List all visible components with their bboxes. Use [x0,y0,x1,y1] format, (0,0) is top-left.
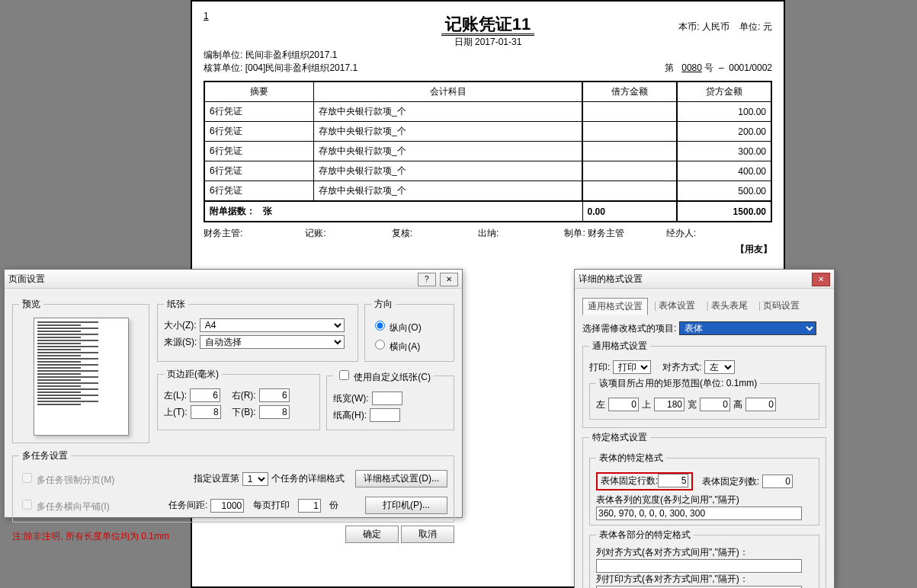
margin-right-input[interactable] [259,388,290,402]
table-row: 6行凭证存放中央银行款项_个400.00 [204,161,771,181]
sum-row: 附单据数： 张 0.001500.00 [204,201,771,222]
item-select[interactable]: 表体 [679,321,816,335]
fixrow-input[interactable] [658,474,688,487]
dialog-title: 详细的格式设置 [579,270,643,288]
dialog-titlebar: 页面设置 ? ✕ [5,270,462,289]
note-text: 注:除非注明, 所有长度单位均为 0.1mm [12,530,169,543]
portrait-radio[interactable]: 纵向(O) [371,318,422,334]
detail-format-dialog: 详细的格式设置 ✕ 通用格式设置 表体设置 表头表尾 页码设置 选择需修改格式的… [574,269,835,588]
printer-button[interactable]: 打印机(P)... [365,497,447,514]
close-button[interactable]: ✕ [440,273,458,286]
table-row: 6行凭证存放中央银行款项_个300.00 [204,142,771,161]
org-line: 编制单位: 民间非盈利组织2017.1 核算单位: [004]民间非盈利组织20… [204,49,358,75]
ok-button[interactable]: 确定 [345,526,399,543]
voucher-footer: 财务主管: 记账: 复核: 出纳: 制单: 财务主管 经办人: [204,227,772,240]
preview-group: 预览 [12,298,149,443]
tab-body[interactable]: 表体设置 [649,298,700,315]
rect-top-input[interactable] [654,398,685,411]
table-row: 6行凭证存放中央银行款项_个200.00 [204,122,771,142]
parts-spec-group: 表体各部分的特定格式 列对齐方式(各对齐方式间用","隔开)： 列打印方式(各对… [589,529,819,588]
detail-format-button[interactable]: 详细格式设置(D)... [355,470,447,487]
voucher-table: 摘要 会计科目 借方金额 贷方金额 6行凭证存放中央银行款项_个100.00 6… [204,81,772,222]
currency-unit: 本币: 人民币 单位: 元 [678,21,772,34]
preview-thumb [34,318,129,436]
fixcol-input[interactable] [762,475,793,488]
rect-left-input[interactable] [608,398,639,411]
task-gap-input[interactable] [210,499,244,513]
dialog-titlebar: 详细的格式设置 ✕ [575,270,834,289]
page-setup-dialog: 页面设置 ? ✕ 预览 纸张 大小(Z):A4 来源( [4,269,463,518]
specific-format-group: 特定格式设置 表体的特定格式 表体固定行数: 表体固定列数: 表体各列的宽度(各… [582,431,826,588]
margin-group: 页边距(毫米) 左(L): 右(R): 上(T): 下(B): [157,368,320,430]
tab-header-footer[interactable]: 表头表尾 [701,298,752,315]
voucher-sequence: 第 0080 号 – 0001/0002 [665,62,772,75]
multi-task-group: 多任务设置 多任务强制分页(M) 指定设置第 1 个任务的详细格式 详细格式设置… [12,449,454,522]
align-select[interactable]: 左 [704,360,735,374]
task-index-select[interactable]: 1 [242,472,268,486]
paper-group: 纸张 大小(Z):A4 来源(S):自动选择 [157,298,358,362]
body-spec-group: 表体的特定格式 表体固定行数: 表体固定列数: 表体各列的宽度(各列之间用","… [589,452,819,526]
margin-top-input[interactable] [191,405,221,419]
dialog-title: 页面设置 [8,270,45,288]
rect-width-input[interactable] [700,398,730,411]
general-format-group: 通用格式设置 打印:打印 对齐方式:左 该项目所占用的矩形范围(单位: 0.1m… [582,340,826,428]
custom-paper-checkbox[interactable] [339,370,349,380]
rect-group: 该项目所占用的矩形范围(单位: 0.1mm) 左 上 宽 高 [589,377,819,420]
tab-general[interactable]: 通用格式设置 [582,298,648,315]
force-page-checkbox[interactable]: 多任务强制分页(M) [19,471,114,487]
landscape-radio[interactable]: 横向(A) [371,337,420,353]
paper-source-select[interactable]: 自动选择 [200,335,345,349]
orientation-group: 方向 纵向(O) 横向(A) [364,298,454,362]
page-indicator: 1 [204,11,209,21]
paper-width-input [372,391,402,405]
tab-pagenum[interactable]: 页码设置 [754,298,804,315]
margin-bottom-input[interactable] [259,405,290,419]
col-align-input[interactable] [596,559,802,573]
paper-size-select[interactable]: A4 [200,318,345,332]
margin-left-input[interactable] [190,388,220,402]
col-widths-input[interactable] [596,507,802,520]
print-select[interactable]: 打印 [613,360,651,374]
help-button[interactable]: ? [418,273,436,286]
per-page-input[interactable] [298,499,321,513]
table-row: 6行凭证存放中央银行款项_个100.00 [204,102,771,122]
close-button[interactable]: ✕ [812,273,830,286]
voucher-date: 日期 2017-01-31 [204,36,772,49]
tile-checkbox[interactable]: 多任务横向平铺(I) [19,497,110,513]
brand-mark: 【用友】 [204,243,772,256]
paper-height-input [370,408,400,422]
custom-paper-group: 使用自定义纸张(C) 纸宽(W): 纸高(H): [326,368,454,430]
highlighted-fixrow: 表体固定行数: [596,472,693,491]
tab-bar: 通用格式设置 表体设置 表头表尾 页码设置 [582,298,826,315]
table-row: 6行凭证存放中央银行款项_个500.00 [204,181,771,202]
rect-height-input[interactable] [745,398,776,411]
cancel-button[interactable]: 取消 [401,526,454,543]
